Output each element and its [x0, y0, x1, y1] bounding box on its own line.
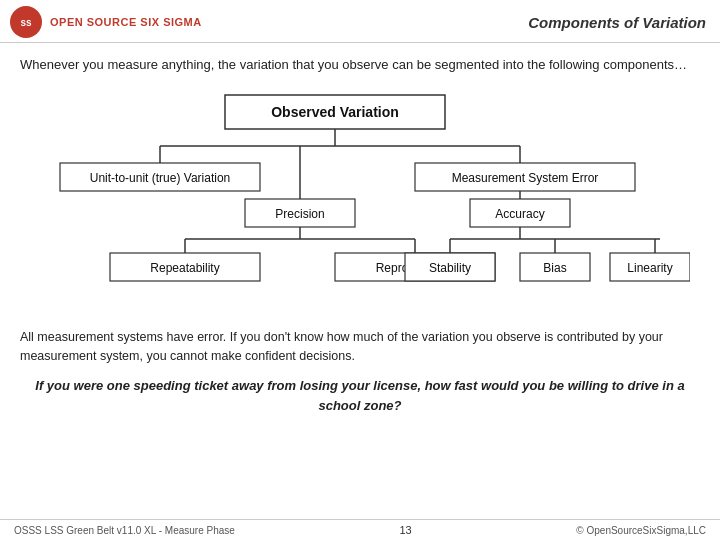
svg-text:Stability: Stability: [429, 261, 471, 275]
intro-text-content: Whenever you measure anything, the varia…: [20, 57, 687, 72]
footer-left: OSSS LSS Green Belt v11.0 XL - Measure P…: [14, 525, 235, 536]
variation-diagram: Observed Variation Unit-to-unit (true) V…: [30, 91, 690, 314]
italic-question: If you were one speeding ticket away fro…: [20, 376, 700, 415]
svg-text:Measurement System Error: Measurement System Error: [452, 171, 599, 185]
footer: OSSS LSS Green Belt v11.0 XL - Measure P…: [0, 519, 720, 540]
body-text: All measurement systems have error. If y…: [20, 328, 700, 367]
svg-text:Linearity: Linearity: [627, 261, 672, 275]
brand-text: OPEN SOURCE SIX SIGMA: [50, 16, 202, 28]
header-left: ss OPEN SOURCE SIX SIGMA: [10, 6, 202, 38]
svg-text:Unit-to-unit (true) Variation: Unit-to-unit (true) Variation: [90, 171, 231, 185]
footer-page: 13: [399, 524, 411, 536]
page-title: Components of Variation: [528, 14, 706, 31]
intro-text: Whenever you measure anything, the varia…: [20, 55, 700, 75]
svg-text:Precision: Precision: [275, 207, 324, 221]
logo: ss: [10, 6, 42, 38]
header: ss OPEN SOURCE SIX SIGMA Components of V…: [0, 0, 720, 43]
footer-right: © OpenSourceSixSigma,LLC: [576, 525, 706, 536]
svg-text:ss: ss: [20, 17, 32, 28]
svg-text:Bias: Bias: [543, 261, 566, 275]
svg-text:Observed Variation: Observed Variation: [271, 104, 399, 120]
main-content: Whenever you measure anything, the varia…: [0, 43, 720, 435]
svg-text:Accuracy: Accuracy: [495, 207, 544, 221]
svg-text:Repeatability: Repeatability: [150, 261, 219, 275]
